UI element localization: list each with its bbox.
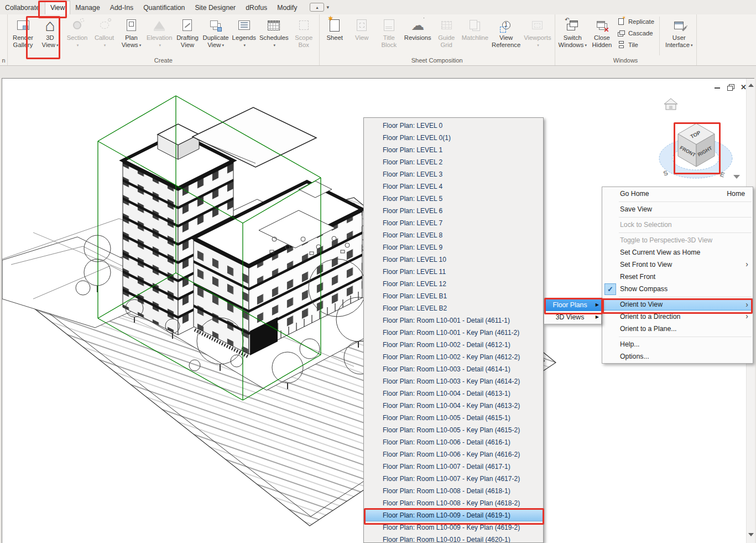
context-menu-item-orient-to-a-direction[interactable]: Orient to a Direction› [602,311,753,323]
context-menu-item-orient-to-a-plane[interactable]: Orient to a Plane... [602,323,753,335]
floor-plan-menu-item[interactable]: Floor Plan: LEVEL 5 [364,193,543,205]
plan-views-icon [122,16,141,34]
duplicate-view-button[interactable]: DuplicateView▾ [201,15,230,49]
floor-plan-menu-item[interactable]: Floor Plan: Room L10-009 - Key Plan (461… [364,521,543,534]
tab-manage[interactable]: Manage [70,1,105,14]
context-menu-item-orient-to-view[interactable]: Orient to View› [602,298,753,311]
tab-collaborate[interactable]: Collaborate [0,1,45,14]
button-label-line1: View [499,34,513,42]
cascade-button[interactable]: Cascade [617,29,654,38]
ribbon-minimize-caret-icon[interactable]: ▾ [326,4,329,10]
button-label-line2: ▾ [536,42,539,49]
floor-plan-menu-item[interactable]: Floor Plan: Room L10-006 - Detail (4616-… [364,436,543,448]
floor-plan-menu-item[interactable]: Floor Plan: LEVEL B2 [364,302,543,314]
close-icon[interactable] [740,83,748,91]
floor-plan-menu-item[interactable]: Floor Plan: LEVEL 3 [364,168,543,180]
view-type-submenu: Floor Plans▶3D Views▶ [544,298,602,324]
drafting-view-icon [178,16,197,34]
button-label-line1: Plan [125,34,138,42]
plan-views-button[interactable]: PlanViews▾ [118,15,145,49]
floor-plan-menu-item[interactable]: Floor Plan: Room L10-008 - Detail (4618-… [364,485,543,497]
switch-windows-button[interactable]: SwitchWindows▾ [557,15,588,49]
restore-down-icon[interactable] [727,83,734,91]
tab-view[interactable]: View [45,1,70,14]
drafting-view-button[interactable]: DraftingView [174,15,201,48]
tab-modify[interactable]: Modify [272,1,302,14]
context-menu-item-reset-front[interactable]: Reset Front [602,271,753,283]
floor-plan-menu-item[interactable]: Floor Plan: Room L10-005 - Key Plan (461… [364,424,543,436]
floor-plan-menu-item[interactable]: Floor Plan: LEVEL 11 [364,266,543,278]
floor-plan-menu-item[interactable]: Floor Plan: LEVEL 1 [364,144,543,156]
render-gallery-button[interactable]: RenderGallery [9,15,37,48]
view-reference-button[interactable]: ViewReference [490,15,522,48]
tile-button[interactable]: Tile [617,40,654,49]
floor-plan-menu-item[interactable]: Floor Plan: Room L10-007 - Detail (4617-… [364,461,543,473]
minimize-icon[interactable] [713,83,721,91]
context-menu-item-help[interactable]: Help... [602,338,753,350]
floor-plan-menu-item[interactable]: Floor Plan: Room L10-001 - Key Plan (461… [364,327,543,339]
button-label-line2: Grid [441,42,452,49]
submenu-arrow-icon: › [745,311,748,322]
floor-plan-menu-item[interactable]: Floor Plan: LEVEL 2 [364,156,543,168]
replicate-button[interactable]: Replicate [617,17,654,26]
close-hidden-button[interactable]: CloseHidden [588,15,616,48]
floor-plan-menu-item[interactable]: Floor Plan: Room L10-008 - Key Plan (461… [364,497,543,509]
context-menu-item-go-home[interactable]: Go HomeHome [602,188,753,200]
floor-plan-menu-item[interactable]: Floor Plan: LEVEL 8 [364,229,543,241]
tab-drofus[interactable]: dRofus [241,1,272,14]
ribbon-minimize-control[interactable]: ▴ ▾ [310,3,329,12]
floor-plan-menu-item[interactable]: Floor Plan: Room L10-010 - Detail (4620-… [364,534,543,543]
context-menu-item-options[interactable]: Options... [602,350,753,363]
ribbon-panel-windows: SwitchWindows▾CloseHiddenReplicateCascad… [555,14,697,65]
revisions-button[interactable]: Revisions [403,15,433,48]
menu-item-label: 3D Views [556,313,585,321]
floor-plan-menu-item[interactable]: Floor Plan: Room L10-004 - Detail (4613-… [364,387,543,400]
tab-quantification[interactable]: Quantification [138,1,190,14]
submenu-item-3d-views[interactable]: 3D Views▶ [544,311,601,323]
floor-plan-menu-item[interactable]: Floor Plan: LEVEL 7 [364,217,543,229]
floor-plan-menu-item[interactable]: Floor Plan: LEVEL 10 [364,254,543,266]
scroll-down-icon[interactable] [748,533,754,536]
floor-plan-menu-item[interactable]: Floor Plan: LEVEL 6 [364,205,543,217]
floor-plan-menu-item[interactable]: Floor Plan: Room L10-006 - Key Plan (461… [364,448,543,461]
button-label-line2: ▾ [243,42,246,49]
floor-plan-menu-item[interactable]: Floor Plan: LEVEL 12 [364,278,543,290]
tab-site-designer[interactable]: Site Designer [190,1,241,14]
3d-view-button[interactable]: 3DView▾ [37,15,64,49]
floor-plan-menu-item[interactable]: Floor Plan: Room L10-002 - Detail (4612-… [364,339,543,351]
context-menu-item-set-current-view-as-home[interactable]: Set Current View as Home [602,246,753,258]
floor-plan-menu-item[interactable]: Floor Plan: LEVEL 4 [364,180,543,193]
floor-plan-menu-item[interactable]: Floor Plan: Room L10-005 - Detail (4615-… [364,412,543,424]
legends-button[interactable]: Legends▾ [231,15,258,49]
panel-label: Sheet Composition [320,56,555,65]
floor-plan-menu-item[interactable]: Floor Plan: Room L10-007 - Key Plan (461… [364,473,543,485]
floor-plan-menu-item[interactable]: Floor Plan: LEVEL 9 [364,241,543,254]
context-menu-item-save-view[interactable]: Save View [602,203,753,215]
viewcube[interactable]: S E TOP FRONT RIGHT [655,92,744,189]
dropdown-caret-icon: ▾ [585,43,587,47]
button-label-line1: Scope [295,34,312,42]
button-label-line2: ▾ [273,42,276,49]
context-menu-item-show-compass[interactable]: ✓Show Compass [602,283,753,295]
floor-plan-menu-item[interactable]: Floor Plan: Room L10-003 - Key Plan (461… [364,375,543,387]
floor-plan-menu-item[interactable]: Floor Plan: Room L10-002 - Key Plan (461… [364,351,543,363]
button-label-line1: User [672,34,686,42]
submenu-item-floor-plans[interactable]: Floor Plans▶ [544,299,601,311]
tab-add-ins[interactable]: Add-Ins [105,1,138,14]
floor-plan-menu-item[interactable]: Floor Plan: Room L10-004 - Key Plan (461… [364,400,543,412]
floor-plan-menu-item[interactable]: Floor Plan: LEVEL B1 [364,290,543,302]
user-interface-button[interactable]: UserInterface▾ [664,15,694,49]
ribbon-minimize-icon[interactable]: ▴ [310,3,324,12]
viewcube-home-icon[interactable] [664,99,677,110]
floor-plan-menu-item[interactable]: Floor Plan: Room L10-009 - Detail (4619-… [364,509,543,521]
sheet-button[interactable]: Sheet [321,15,348,48]
floor-plan-menu-item[interactable]: Floor Plan: LEVEL 0(1) [364,132,543,144]
scroll-up-icon[interactable] [748,84,754,87]
floor-plan-menu-item[interactable]: Floor Plan: Room L10-001 - Detail (4611-… [364,314,543,327]
floor-plan-menu-item[interactable]: Floor Plan: Room L10-003 - Detail (4614-… [364,363,543,375]
context-menu-item-set-front-to-view[interactable]: Set Front to View› [602,258,753,271]
floor-plan-menu-item[interactable]: Floor Plan: LEVEL 0 [364,120,543,132]
button-label-line1: Section [67,34,88,42]
dropdown-caret-icon: ▾ [139,43,142,47]
schedules-button[interactable]: Schedules▾ [258,15,290,49]
